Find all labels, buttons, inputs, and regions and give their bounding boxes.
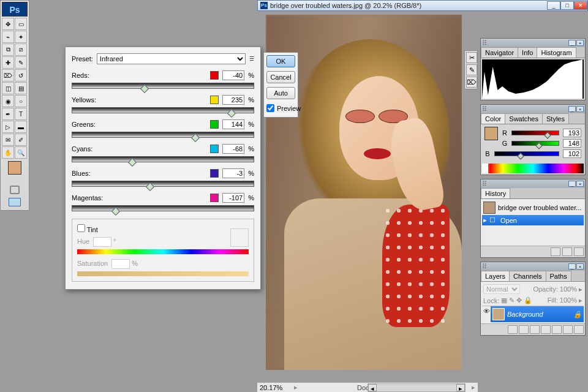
channel-slider[interactable]	[72, 181, 254, 187]
zoom-field[interactable]: 20.17%	[260, 384, 290, 391]
tab-paths[interactable]: Paths	[546, 271, 571, 281]
heal-tool[interactable]: ✚	[2, 56, 14, 69]
channel-input[interactable]	[222, 168, 244, 178]
eraser-tool[interactable]: ◫	[2, 82, 14, 94]
dodge-tool[interactable]: ○	[15, 95, 27, 107]
lasso-tool[interactable]: ⌁	[2, 31, 14, 43]
tab-layers[interactable]: Layers	[481, 271, 510, 281]
type-tool[interactable]: T	[15, 108, 27, 120]
move-tool[interactable]: ✥	[2, 18, 14, 30]
grip-icon[interactable]: ⠿	[482, 105, 488, 113]
grip-icon[interactable]: ⠿	[482, 180, 488, 188]
panel-close-icon[interactable]: ×	[576, 181, 584, 187]
trash-icon[interactable]	[574, 247, 584, 256]
shape-tool[interactable]: ▬	[15, 121, 27, 133]
g-slider[interactable]	[511, 141, 559, 146]
opacity-value[interactable]: 100%	[560, 285, 577, 293]
tab-info[interactable]: Info	[518, 47, 537, 58]
tint-checkbox[interactable]: Tint	[77, 226, 98, 233]
new-layer-icon[interactable]	[563, 325, 573, 334]
new-doc-icon[interactable]	[562, 247, 572, 256]
brush-tool[interactable]: ✎	[15, 56, 27, 69]
channel-slider[interactable]	[72, 205, 254, 211]
blur-tool[interactable]: ◉	[2, 95, 14, 107]
trash-icon[interactable]	[574, 325, 584, 334]
dock-clone-icon[interactable]: ⌦	[466, 77, 477, 88]
marquee-tool[interactable]: ▭	[15, 18, 27, 30]
panel-min-icon[interactable]: _	[568, 106, 576, 112]
dock-brush-icon[interactable]: ✎	[466, 64, 477, 75]
preset-select[interactable]: Infrared	[97, 53, 246, 64]
blend-mode-select[interactable]: Normal	[483, 284, 520, 294]
channel-slider[interactable]	[72, 132, 254, 138]
preview-checkbox[interactable]: Preview	[266, 104, 295, 112]
lock-move-icon[interactable]: ✥	[516, 296, 522, 304]
channel-slider[interactable]	[72, 107, 254, 113]
b-input[interactable]	[563, 149, 581, 158]
cancel-button[interactable]: Cancel	[266, 71, 295, 83]
panel-close-icon[interactable]: ×	[576, 263, 584, 270]
panel-close-icon[interactable]: ×	[576, 40, 584, 46]
channel-input[interactable]	[222, 119, 244, 129]
lock-paint-icon[interactable]: ✎	[509, 296, 514, 304]
tab-navigator[interactable]: Navigator	[481, 47, 518, 58]
fx-icon[interactable]	[519, 325, 529, 334]
layer-background[interactable]: Background 🔒	[491, 306, 584, 322]
tab-histogram[interactable]: Histogram	[537, 47, 576, 58]
eyedropper-tool[interactable]: ✐	[15, 134, 27, 146]
new-snapshot-icon[interactable]	[551, 247, 560, 256]
gradient-tool[interactable]: ▤	[15, 82, 27, 94]
hand-tool[interactable]: ✋	[2, 146, 14, 159]
panel-min-icon[interactable]: _	[568, 263, 576, 270]
channel-input[interactable]	[222, 95, 244, 105]
r-slider[interactable]	[511, 130, 559, 135]
link-icon[interactable]	[508, 325, 518, 334]
pen-tool[interactable]: ✒	[2, 108, 14, 120]
history-step-open[interactable]: ▸ ☐ Open	[482, 215, 584, 225]
slice-tool[interactable]: ⧄	[15, 43, 27, 56]
grip-icon[interactable]: ⠿	[482, 39, 488, 47]
ok-button[interactable]: OK	[266, 55, 295, 67]
g-input[interactable]	[563, 139, 581, 148]
h-scrollbar[interactable]: ◂▸	[368, 383, 466, 392]
zoom-tool[interactable]: 🔍	[15, 146, 27, 159]
screenmode-toggle[interactable]	[9, 198, 21, 206]
crop-tool[interactable]: ⧉	[2, 43, 14, 56]
channel-input[interactable]	[222, 70, 244, 80]
panel-min-icon[interactable]: _	[568, 40, 576, 46]
tab-color[interactable]: Color	[481, 113, 505, 124]
tab-history[interactable]: History	[481, 188, 510, 198]
fill-value[interactable]: 100%	[560, 296, 577, 304]
color-swatch[interactable]	[484, 127, 498, 140]
tab-channels[interactable]: Channels	[509, 271, 546, 281]
channel-input[interactable]	[222, 193, 244, 203]
maximize-button[interactable]: □	[560, 1, 574, 10]
spectrum-ramp[interactable]	[482, 164, 584, 173]
minimize-button[interactable]: _	[547, 1, 560, 10]
preset-menu-icon[interactable]: ☰	[249, 56, 254, 62]
auto-button[interactable]: Auto	[266, 87, 295, 99]
tab-swatches[interactable]: Swatches	[505, 113, 543, 124]
path-tool[interactable]: ▷	[2, 121, 14, 133]
lock-all-icon[interactable]: 🔒	[524, 296, 532, 304]
panel-close-icon[interactable]: ×	[576, 106, 584, 112]
group-icon[interactable]	[552, 325, 562, 334]
tab-styles[interactable]: Styles	[542, 113, 569, 124]
stamp-tool[interactable]: ⌦	[2, 69, 14, 81]
channel-slider[interactable]	[72, 156, 254, 162]
panel-min-icon[interactable]: _	[568, 181, 576, 187]
channel-input[interactable]	[222, 144, 244, 154]
history-snapshot[interactable]: bridge over troubled water...	[482, 200, 584, 215]
channel-slider[interactable]	[72, 83, 254, 89]
adjustment-icon[interactable]	[541, 325, 551, 334]
quickmask-toggle[interactable]	[10, 186, 20, 194]
document-titlebar[interactable]: Ps bridge over troubled waters.jpg @ 20.…	[257, 0, 588, 11]
notes-tool[interactable]: ✉	[2, 134, 14, 146]
r-input[interactable]	[563, 129, 581, 137]
lock-trans-icon[interactable]: ▦	[501, 296, 507, 304]
foreground-swatch[interactable]	[8, 161, 21, 175]
history-brush-tool[interactable]: ↺	[15, 69, 27, 81]
mask-icon[interactable]	[530, 325, 540, 334]
b-slider[interactable]	[494, 151, 559, 156]
grip-icon[interactable]: ⠿	[482, 263, 488, 271]
